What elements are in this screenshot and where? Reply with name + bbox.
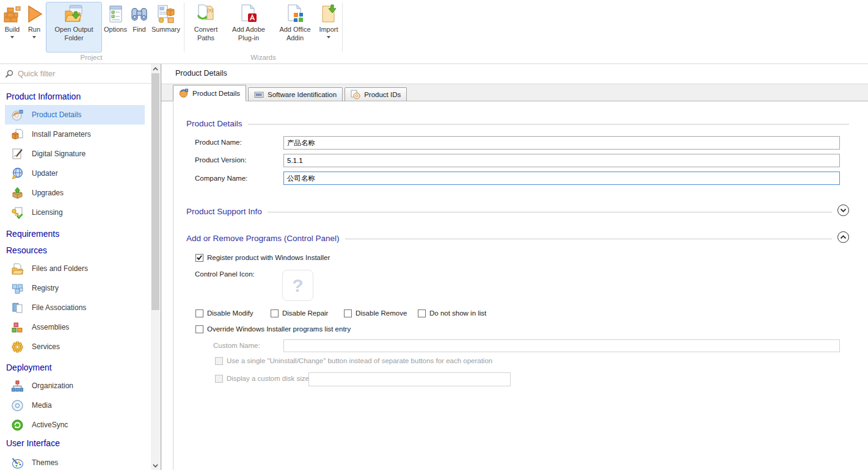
sidebar-item-digital-signature[interactable]: Digital Signature <box>0 144 145 164</box>
scroll-down-arrow[interactable] <box>151 461 160 470</box>
sidebar-item-services[interactable]: Services <box>0 337 145 356</box>
sidebar-item-organization[interactable]: Organization <box>0 376 145 396</box>
company-name-label: Company Name: <box>195 172 247 185</box>
sidebar-section-product-information: Product Information <box>0 90 161 103</box>
sidebar-item-media[interactable]: Media <box>0 396 145 415</box>
sidebar-item-product-details[interactable]: Product Details <box>5 105 145 125</box>
application-window: Build Run <box>0 0 868 470</box>
sidebar-item-files-and-folders[interactable]: Files and Folders <box>0 259 145 278</box>
build-icon <box>2 4 22 24</box>
single-uninstall-button-checkbox-row[interactable]: Use a single "Uninstall/Change" button i… <box>215 356 492 365</box>
scrollbar-thumb[interactable] <box>151 73 159 310</box>
sidebar-item-install-parameters[interactable]: Install Parameters <box>0 125 145 144</box>
ribbon-group-wizards: (x) Convert Paths Add Adobe Plug-in <box>186 0 341 63</box>
sidebar-scrollbar[interactable] <box>151 64 160 470</box>
ribbon-group-label-project: Project <box>0 52 183 63</box>
import-icon <box>319 4 338 24</box>
custom-disk-size-checkbox[interactable] <box>215 375 223 383</box>
disable-modify-checkbox-row[interactable]: Disable Modify <box>195 309 253 317</box>
section-product-details: Product Details <box>186 118 849 129</box>
chevron-up-icon <box>840 235 847 239</box>
import-button[interactable]: Import <box>318 2 339 52</box>
do-not-show-checkbox-row[interactable]: Do not show in list <box>418 309 486 317</box>
quick-filter-input[interactable] <box>18 69 134 78</box>
disable-modify-checkbox[interactable] <box>195 309 203 317</box>
organization-icon <box>11 380 24 392</box>
ribbon: Build Run <box>0 0 868 64</box>
summary-button[interactable]: Summary <box>151 2 181 52</box>
ribbon-group-label-wizards: Wizards <box>186 52 341 63</box>
disable-remove-checkbox-row[interactable]: Disable Remove <box>344 309 407 317</box>
register-product-checkbox[interactable] <box>195 254 203 262</box>
software-identification-icon <box>254 90 264 99</box>
updater-icon <box>11 167 24 180</box>
custom-name-input[interactable] <box>283 339 840 352</box>
product-name-input[interactable] <box>283 136 840 150</box>
tab-product-ids[interactable]: Product IDs <box>345 87 407 101</box>
sidebar-section-deployment: Deployment <box>0 361 161 374</box>
options-icon <box>106 4 125 24</box>
sidebar-item-file-associations[interactable]: File Associations <box>0 298 145 317</box>
do-not-show-checkbox[interactable] <box>418 309 426 317</box>
sidebar-item-updater[interactable]: Updater <box>0 164 145 183</box>
sidebar-item-upgrades[interactable]: Upgrades <box>0 183 145 203</box>
section-add-remove-programs: Add or Remove Programs (Control Panel) <box>186 233 832 244</box>
sidebar-item-assemblies[interactable]: Assemblies <box>0 317 145 337</box>
sidebar-item-licensing[interactable]: Licensing <box>0 203 145 222</box>
override-checkbox[interactable] <box>195 325 203 333</box>
sidebar-section-requirements: Requirements <box>0 228 161 240</box>
sidebar-item-themes[interactable]: Themes <box>0 453 145 470</box>
disable-remove-checkbox[interactable] <box>344 309 352 317</box>
sidebar-section-resources: Resources <box>0 244 161 256</box>
file-associations-icon <box>11 302 24 314</box>
find-button[interactable]: Find <box>129 2 150 52</box>
control-panel-icon-label: Control Panel Icon: <box>195 268 255 281</box>
disable-repair-checkbox[interactable] <box>271 309 279 317</box>
dropdown-caret <box>32 36 36 38</box>
add-adobe-plugin-icon <box>239 4 258 24</box>
tab-software-identification[interactable]: Software Identification <box>248 87 343 101</box>
ribbon-group-project: Build Run <box>0 0 183 63</box>
collapse-arp-button[interactable] <box>837 231 849 243</box>
files-and-folders-icon <box>11 262 24 275</box>
expand-product-support-button[interactable] <box>837 204 849 216</box>
add-adobe-plugin-button[interactable]: Add Adobe Plug-in <box>225 2 272 52</box>
tab-strip: Product Details Software Identification … <box>161 84 868 101</box>
scroll-up-arrow[interactable] <box>151 64 160 73</box>
section-product-support-info: Product Support Info <box>186 206 832 217</box>
sidebar-item-activesync[interactable]: ActiveSync <box>0 415 145 435</box>
options-button[interactable]: Options <box>103 2 128 52</box>
custom-disk-size-input[interactable] <box>308 372 511 386</box>
tab-label: Product Details <box>192 90 240 97</box>
install-parameters-icon <box>11 128 24 141</box>
svg-text:(x): (x) <box>207 7 213 13</box>
override-checkbox-row[interactable]: Override Windows Installer programs list… <box>195 325 351 333</box>
disable-repair-checkbox-row[interactable]: Disable Repair <box>271 309 328 317</box>
ribbon-separator <box>342 2 343 52</box>
activesync-icon <box>11 419 24 432</box>
assemblies-icon <box>11 321 24 334</box>
product-details-tab-icon <box>179 89 189 98</box>
tab-label: Product IDs <box>364 91 401 98</box>
themes-icon <box>11 457 24 469</box>
tab-page-product-details: Product Details Product Name: Product Ve… <box>161 101 868 470</box>
sidebar-item-registry[interactable]: Registry <box>0 278 145 298</box>
custom-name-label: Custom Name: <box>213 339 260 352</box>
run-button[interactable]: Run <box>24 2 45 52</box>
build-button[interactable]: Build <box>2 2 23 52</box>
tab-product-details[interactable]: Product Details <box>173 85 246 101</box>
add-office-addin-button[interactable]: Add Office Addin <box>273 2 317 52</box>
company-name-input[interactable] <box>283 172 840 185</box>
control-panel-icon-button[interactable]: ? <box>282 270 313 301</box>
product-version-input[interactable] <box>283 154 840 167</box>
single-uninstall-button-checkbox[interactable] <box>215 357 223 365</box>
sidebar: Product Information Product Details Inst… <box>0 64 161 470</box>
register-product-checkbox-row[interactable]: Register product with Windows Installer <box>195 253 330 262</box>
find-icon <box>129 4 149 24</box>
convert-paths-button[interactable]: (x) Convert Paths <box>188 2 224 52</box>
media-icon <box>11 399 24 412</box>
convert-paths-icon: (x) <box>196 4 216 24</box>
open-output-folder-button[interactable]: Open Output Folder <box>46 2 102 52</box>
summary-icon <box>156 4 175 24</box>
custom-disk-size-checkbox-row[interactable]: Display a custom disk size: <box>215 374 311 383</box>
